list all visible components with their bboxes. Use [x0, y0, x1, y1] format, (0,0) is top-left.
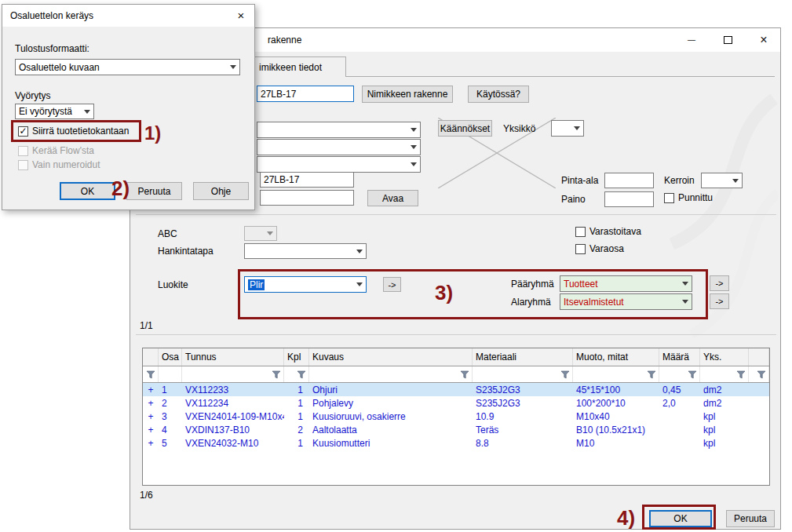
- cell-muoto: B10 (10.5x21x1): [573, 423, 659, 436]
- only-numbered-checkbox: Vain numeroidut: [18, 159, 100, 170]
- chevron-down-icon: [353, 244, 366, 258]
- column-header-osa[interactable]: Osa: [159, 348, 182, 366]
- filter-icon: [757, 370, 766, 379]
- table-row[interactable]: + 1 VX112233 1 Ohjuri S235J2G3 45*15*100…: [143, 383, 769, 396]
- open-button[interactable]: Avaa: [367, 190, 418, 206]
- maximize-button[interactable]: [710, 28, 746, 51]
- chevron-down-icon: [407, 140, 420, 155]
- filter-button[interactable]: [700, 366, 749, 382]
- checkbox-checked-box: ✓: [18, 126, 28, 137]
- separator-line: [136, 214, 776, 215]
- close-button[interactable]: ×: [746, 28, 782, 51]
- weighed-label: Punnittu: [678, 192, 713, 203]
- cancel-button[interactable]: Peruuta: [726, 510, 775, 527]
- chevron-down-icon: [407, 122, 420, 137]
- rollup-select[interactable]: Ei vyörytystä: [15, 104, 94, 119]
- in-use-button[interactable]: Käytössä?: [468, 86, 529, 103]
- chevron-down-icon: [679, 294, 692, 309]
- filter-button[interactable]: [284, 366, 309, 382]
- sub-group-arrow-button[interactable]: ->: [710, 293, 729, 309]
- description-select-1[interactable]: [257, 122, 421, 138]
- filter-button[interactable]: [473, 366, 573, 382]
- weighed-checkbox[interactable]: Punnittu: [664, 192, 713, 203]
- pager-top: 1/1: [140, 320, 153, 331]
- column-header-maara[interactable]: Määrä: [659, 348, 700, 366]
- filter-button[interactable]: [573, 366, 659, 382]
- cell-tunnus: VXEN24014-109-M10x40: [182, 410, 284, 423]
- item-code2-input[interactable]: 27LB-17: [260, 172, 354, 188]
- unit-select[interactable]: [551, 120, 584, 137]
- filter-button[interactable]: [309, 366, 473, 382]
- area-input[interactable]: [604, 173, 654, 188]
- item-code-input[interactable]: 27LB-17: [257, 86, 354, 102]
- factor-select[interactable]: [701, 173, 743, 188]
- procurement-select[interactable]: [244, 243, 367, 259]
- cell-muoto: M10x40: [573, 410, 659, 423]
- minimize-button[interactable]: —: [673, 28, 710, 51]
- sub-group-select[interactable]: Itsevalmistetut: [560, 293, 692, 310]
- filter-icon: [146, 370, 155, 379]
- classification-select[interactable]: Plir: [244, 276, 367, 293]
- close-button[interactable]: ×: [228, 5, 254, 25]
- ok-button[interactable]: OK: [60, 182, 115, 200]
- filter-button[interactable]: [749, 366, 769, 382]
- item-structure-button[interactable]: Nimikkeen rakenne: [362, 86, 453, 103]
- table-row[interactable]: + 2 VX112234 1 Pohjalevy S235J2G3 100*20…: [143, 396, 769, 410]
- filter-icon: [460, 370, 469, 379]
- main-group-label: Pääryhmä: [511, 279, 554, 290]
- column-header-kuvaus[interactable]: Kuvaus: [309, 348, 473, 366]
- check-icon: ✓: [19, 126, 27, 136]
- expand-icon[interactable]: +: [143, 436, 159, 450]
- column-header-blank: [143, 348, 159, 366]
- stockable-checkbox[interactable]: Varastoitava: [575, 226, 641, 237]
- document-input[interactable]: [260, 190, 354, 206]
- expand-icon[interactable]: +: [143, 383, 159, 396]
- cancel-button[interactable]: Peruuta: [126, 182, 182, 200]
- chevron-down-icon: [227, 60, 239, 75]
- filter-button[interactable]: [659, 366, 700, 382]
- parts-table: Osa Tunnus Kpl Kuvaus Materiaali Muoto, …: [142, 348, 770, 486]
- cell-kuvaus: Ohjuri: [309, 383, 473, 396]
- cell-yks: dm2: [700, 396, 749, 410]
- table-row[interactable]: + 3 VXEN24014-109-M10x40 1 Kuusioruuvi, …: [143, 410, 769, 423]
- print-format-select[interactable]: Osaluettelo kuvaan: [15, 59, 240, 75]
- cell-materiaali: 10.9: [473, 410, 573, 423]
- column-header-tunnus[interactable]: Tunnus: [182, 348, 284, 366]
- annotation-3: 3): [435, 281, 453, 305]
- filter-button[interactable]: [182, 366, 284, 382]
- spare-part-checkbox[interactable]: Varaosa: [575, 243, 624, 254]
- expand-icon[interactable]: +: [143, 423, 159, 436]
- description-select-2[interactable]: [257, 139, 421, 155]
- expand-icon[interactable]: +: [143, 410, 159, 423]
- cell-kuvaus: Kuusioruuvi, osakierre: [309, 410, 473, 423]
- main-group-arrow-button[interactable]: ->: [710, 275, 729, 291]
- chevron-down-icon: [571, 121, 583, 136]
- main-group-select[interactable]: Tuotteet: [560, 275, 692, 292]
- area-label: Pinta-ala: [561, 175, 598, 186]
- ok-button[interactable]: OK: [649, 510, 712, 527]
- transfer-to-product-db-checkbox[interactable]: ✓ Siirrä tuotetietokantaan: [18, 126, 129, 137]
- column-header-kpl[interactable]: Kpl: [284, 348, 309, 366]
- table-row[interactable]: + 5 VXEN24032-M10 1 Kuusiomutteri 8.8 M1…: [143, 436, 769, 450]
- description-select-3[interactable]: [257, 156, 421, 173]
- column-header-materiaali[interactable]: Materiaali: [473, 348, 573, 366]
- help-button[interactable]: Ohje: [193, 182, 249, 200]
- cell-yks: kpl: [700, 423, 749, 436]
- table-row[interactable]: + 4 VXDIN137-B10 2 Aaltolaatta Teräs B10…: [143, 423, 769, 436]
- expand-icon[interactable]: +: [143, 396, 159, 410]
- filter-button[interactable]: [143, 366, 159, 382]
- cell-materiaali: 8.8: [473, 436, 573, 450]
- collect-from-flow-checkbox: Kerää Flow'sta: [18, 145, 94, 156]
- classification-label: Luokite: [158, 279, 188, 290]
- close-icon: ×: [238, 9, 245, 22]
- annotation-1: 1): [144, 122, 161, 144]
- classification-arrow-button[interactable]: ->: [383, 277, 401, 292]
- column-header-muoto[interactable]: Muoto, mitat: [573, 348, 659, 366]
- cell-osa: 4: [159, 423, 182, 436]
- checkbox-box: [18, 160, 28, 170]
- column-header-yks[interactable]: Yks.: [700, 348, 749, 366]
- cell-yks: kpl: [700, 436, 749, 450]
- translations-button[interactable]: Käännökset: [438, 120, 492, 137]
- weight-input[interactable]: [604, 191, 654, 207]
- cell-yks: dm2: [700, 383, 749, 396]
